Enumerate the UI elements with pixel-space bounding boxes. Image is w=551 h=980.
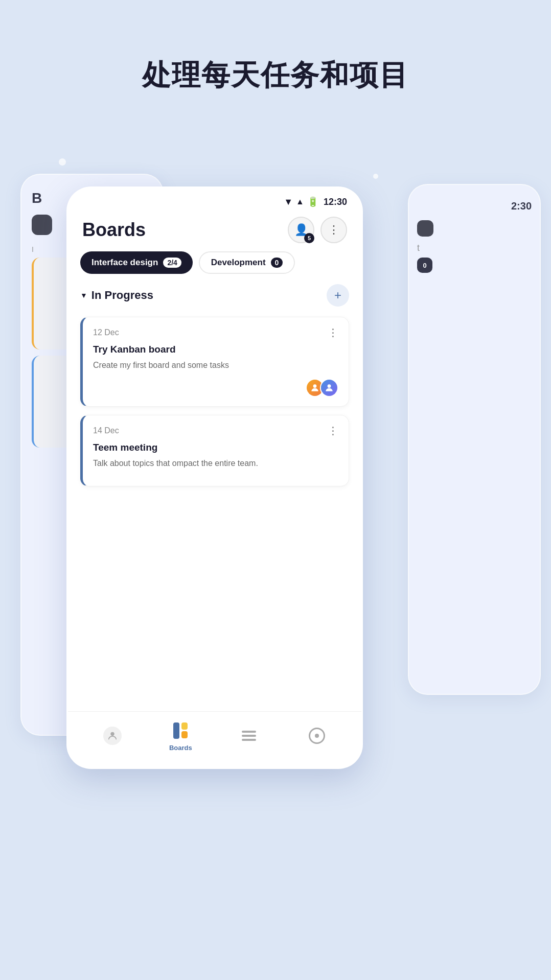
phone-background-right: 2:30 t 0 — [408, 184, 541, 695]
nav-item-person[interactable] — [101, 725, 124, 747]
add-task-button[interactable]: + — [327, 284, 349, 307]
tab-interface-design[interactable]: Interface design 2/4 — [80, 251, 193, 274]
nav-item-settings[interactable] — [306, 725, 328, 747]
task-card-2: 14 Dec ⋮ Teem meeting Talk about topics … — [80, 415, 349, 486]
card-1-header: 12 Dec ⋮ — [93, 326, 338, 339]
list-line-2 — [242, 735, 256, 737]
card-2-title: Teem meeting — [93, 442, 338, 453]
section-header-in-progress: ▼ In Progress + — [80, 282, 349, 309]
decorative-dot-1 — [59, 158, 66, 166]
card-2-header: 14 Dec ⋮ — [93, 425, 338, 437]
tab-development[interactable]: Development 0 — [199, 251, 295, 274]
card-1-date: 12 Dec — [93, 328, 119, 337]
svg-point-1 — [328, 384, 331, 388]
app-header: Boards 👤 5 ⋮ — [68, 212, 361, 251]
card-2-more-button[interactable]: ⋮ — [328, 425, 338, 437]
more-options-button[interactable]: ⋮ — [320, 217, 347, 243]
bottom-navigation: Boards — [68, 711, 361, 767]
avatar-button[interactable]: 👤 5 — [288, 217, 314, 243]
svg-point-2 — [110, 732, 114, 735]
status-time: 12:30 — [324, 197, 347, 207]
section-title-group: ▼ In Progress — [80, 289, 153, 302]
task-card-1: 12 Dec ⋮ Try Kanban board Create my firs… — [80, 317, 349, 407]
card-1-avatar-2 — [320, 379, 338, 397]
svg-point-0 — [313, 384, 317, 388]
battery-icon: 🔋 — [307, 196, 318, 207]
wifi-icon: ▼ — [284, 197, 293, 207]
content-area: ▼ In Progress + 12 Dec ⋮ Try Kanban boar… — [68, 282, 361, 495]
header-actions: 👤 5 ⋮ — [288, 217, 347, 243]
nav-item-boards[interactable]: Boards — [169, 719, 192, 752]
board-bar-blue — [173, 722, 179, 739]
tab-development-label: Development — [211, 258, 266, 268]
list-line-3 — [242, 739, 256, 741]
boards-icon — [173, 722, 188, 739]
card-1-avatars — [93, 379, 338, 397]
signal-icon: ▲ — [296, 197, 304, 206]
collapse-icon[interactable]: ▼ — [80, 291, 87, 299]
board-bar-orange — [181, 731, 188, 738]
board-bars-right — [181, 722, 188, 739]
bg-phone-right-chip — [417, 220, 433, 237]
nav-boards-icon — [169, 719, 192, 742]
card-1-more-button[interactable]: ⋮ — [328, 326, 338, 339]
card-2-description: Talk about topics that ompact the entire… — [93, 457, 338, 470]
card-1-title: Try Kanban board — [93, 344, 338, 355]
app-title: Boards — [82, 219, 146, 241]
board-bar-yellow — [181, 722, 188, 730]
settings-center-dot — [315, 734, 319, 738]
status-bar: ▼ ▲ 🔋 12:30 — [68, 188, 361, 212]
bg-phone-right-time: 2:30 — [417, 200, 532, 212]
tab-development-badge: 0 — [271, 258, 283, 268]
tab-bar: Interface design 2/4 Development 0 — [68, 251, 361, 282]
settings-icon — [309, 728, 325, 744]
bg-phone-left-chip — [32, 215, 52, 235]
person-nav-icon — [103, 727, 122, 745]
card-1-description: Create my first board and some tasks — [93, 359, 338, 371]
decorative-dot-2 — [373, 174, 378, 179]
nav-settings-icon — [306, 725, 328, 747]
card-2-date: 14 Dec — [93, 426, 119, 435]
more-icon: ⋮ — [328, 223, 340, 237]
main-phone: ▼ ▲ 🔋 12:30 Boards 👤 5 ⋮ Interface desig… — [66, 186, 363, 769]
list-line-1 — [242, 731, 256, 733]
nav-list-icon — [238, 725, 260, 747]
notification-badge: 5 — [304, 233, 314, 243]
nav-item-list[interactable] — [238, 725, 260, 747]
page-title: 处理每天任务和项目 — [0, 56, 551, 95]
tab-interface-design-badge: 2/4 — [163, 258, 181, 268]
list-icon — [242, 731, 256, 741]
nav-person-icon — [101, 725, 124, 747]
tab-interface-design-label: Interface design — [91, 258, 158, 268]
bg-phone-right-label: t — [417, 243, 532, 253]
section-title: In Progress — [91, 289, 153, 302]
nav-boards-label: Boards — [169, 744, 192, 752]
